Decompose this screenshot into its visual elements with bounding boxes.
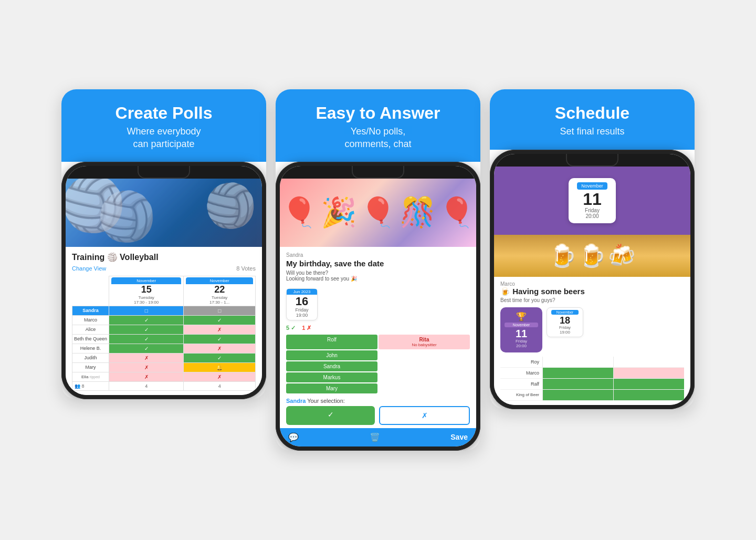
voter-markus: Markus: [286, 372, 377, 382]
roy-cell-2: [613, 357, 684, 367]
date-card-day-large-3: 11: [577, 191, 607, 207]
footer-icon: 👥 8: [72, 381, 109, 390]
voters-grid: Rolf Rita No babysitter John Sandra Mark…: [286, 335, 470, 393]
card-subtitle-1: Where everybodycan participate: [72, 126, 256, 150]
sender-name-2: Sandra: [286, 252, 470, 258]
card-easy-answer: Easy to Answer Yes/No polls,comments, ch…: [276, 89, 480, 451]
balloon-5: 🎈: [439, 195, 475, 230]
beer-glasses-bg: 🍺 🍺 🍻: [494, 235, 690, 277]
volleyball-emoji3: 🏐: [97, 189, 156, 244]
col-date-1: 15: [111, 284, 181, 295]
schedule-grid: 🏆 November 11 Friday 20:00 November 18 F…: [500, 307, 684, 352]
screenshots-container: Create Polls Where everybodycan particip…: [40, 74, 716, 466]
vote-yes-count: 5 ✓: [286, 325, 296, 331]
table-row-sandra: Sandra □ □: [72, 306, 256, 315]
cell-sandra-1: □: [109, 306, 184, 315]
schedule-row-roy: Roy: [500, 357, 684, 368]
date-card-weekday-3: Friday: [577, 207, 607, 213]
cell-marco-2: ✓: [184, 315, 256, 325]
poll-title-1: Training 🏐 Volleyball: [72, 252, 256, 262]
date-card-2: Jun 2023 16 Friday 19:00: [286, 288, 318, 320]
balloons-bg: 🎈 🎉 🎈 🎊 🎈: [280, 179, 476, 247]
cell-mary-1: ✗: [109, 362, 184, 372]
poll-meta-1: Change View 8 Votes: [72, 265, 256, 272]
winner-day: 11: [505, 328, 538, 339]
bottom-bar-2: 💬 🗑️ Save: [280, 428, 476, 446]
phone3-content: Marco 🍺 Having some beers Best time for …: [494, 277, 690, 405]
voter-rita-reason: No babysitter: [382, 342, 467, 347]
footer-col1: 4: [109, 381, 184, 390]
marco-sender: Marco: [500, 281, 684, 287]
col-day-2: Tuesday: [186, 295, 253, 300]
table-row-alice: Alice ✓ ✗: [72, 325, 256, 334]
date-card-day-2: Friday: [295, 307, 308, 313]
col-day-1: Tuesday: [111, 295, 181, 300]
other-date-card: November 18 Friday 19:00: [547, 307, 583, 337]
date-card-num-2: 16: [296, 296, 308, 307]
cell-beth-1: ✓: [109, 334, 184, 344]
volleyball-emoji2: 🏐: [204, 181, 257, 231]
col-date-2: 22: [186, 284, 253, 295]
date-card-time-3: 20:00: [577, 213, 607, 219]
winner-month: November: [505, 323, 538, 327]
your-name: Sandra: [286, 398, 306, 404]
voter-name-marco: Marco: [500, 369, 542, 377]
card-subtitle-3: Set final results: [500, 126, 684, 138]
other-month: November: [551, 310, 579, 315]
phone1-content: Training 🏐 Volleyball Change View 8 Vote…: [66, 247, 262, 395]
notch-pill-1: [138, 166, 190, 179]
beer-hero-image: 🍺 🍺 🍻: [494, 235, 690, 277]
event-desc-2: Will you be there?Looking forward to see…: [286, 270, 470, 282]
table-row-beth: Beth the Queen ✓ ✓: [72, 334, 256, 344]
date-card-month-2: Jun 2023: [287, 289, 317, 295]
schedule-row-king: King of Beer: [500, 390, 684, 401]
cell-alice-2: ✗: [184, 325, 256, 334]
vote-table: November 15 Tuesday 17:30 - 19:00 Novemb…: [72, 276, 256, 391]
phone2-content: Sandra My birthday, save the date Will y…: [280, 247, 476, 428]
delete-icon[interactable]: 🗑️: [370, 432, 380, 442]
roy-cell-1: [542, 357, 613, 367]
trophy-icon: 🏆: [505, 311, 538, 321]
notch-pill-3: [566, 154, 618, 167]
card-subtitle-2: Yes/No polls,comments, chat: [286, 126, 470, 150]
card-header-3: Schedule Set final results: [490, 89, 695, 150]
change-view-link[interactable]: Change View: [72, 265, 106, 272]
table-row-mary: Mary ✗ 🔔: [72, 362, 256, 372]
voter-rita: Rita No babysitter: [379, 335, 470, 349]
beer-glass-3: 🍻: [608, 243, 635, 268]
event-title-2: My birthday, save the date: [286, 259, 470, 268]
voter-name-ralf: Ralf: [500, 380, 542, 388]
col-time-2: 17:30 - 1...: [186, 300, 253, 305]
phone-mockup-1: 🏐 🏐 🏐 Training 🏐 Volleyball Change View …: [61, 162, 266, 399]
cell-helene-2: ✗: [184, 344, 256, 353]
cell-beth-2: ✓: [184, 334, 256, 344]
card-create-polls: Create Polls Where everybodycan particip…: [61, 89, 266, 399]
top-notch-1: [66, 166, 262, 179]
date-card-time-2: 19:00: [296, 313, 308, 318]
table-row-marco: Marco ✓ ✓: [72, 315, 256, 325]
vote-no-count: 1 ✗: [302, 325, 311, 331]
phone-mockup-3: November 11 Friday 20:00 🍺 🍺 🍻: [490, 150, 695, 409]
top-notch-2: [280, 166, 476, 179]
voter-rolf: Rolf: [286, 335, 377, 349]
balloon-4: 🎊: [400, 195, 436, 230]
best-time-desc: Best time for you guys?: [500, 297, 684, 303]
select-no-button[interactable]: ✗: [379, 406, 470, 425]
other-time: 19:00: [551, 330, 579, 335]
cell-ella-2: ✗: [184, 372, 256, 381]
winner-weekday: Friday: [505, 339, 538, 344]
cell-marco-1: ✓: [109, 315, 184, 325]
phone-screen-2: 🎈 🎉 🎈 🎊 🎈 Sandra My birthday, save the d…: [280, 166, 476, 446]
col-header-nov2: November: [186, 277, 253, 284]
cell-judith-2: ✓: [184, 353, 256, 362]
schedule-row-marco: Marco: [500, 368, 684, 379]
chat-icon[interactable]: 💬: [288, 432, 299, 442]
other-day: 18: [551, 316, 579, 325]
save-button[interactable]: Save: [450, 433, 468, 441]
top-notch-3: [494, 154, 690, 167]
marco-cell-2: [613, 368, 684, 378]
cell-alice-1: ✓: [109, 325, 184, 334]
winner-time: 20:00: [505, 344, 538, 348]
cell-judith-1: ✗: [109, 353, 184, 362]
select-yes-button[interactable]: ✓: [286, 406, 375, 425]
